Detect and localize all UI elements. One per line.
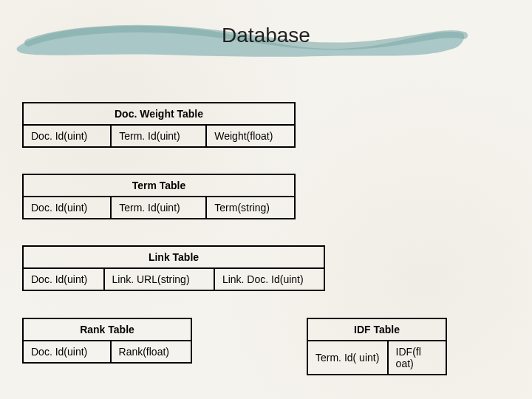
rank-table: Rank Table Doc. Id(uint) Rank(float) xyxy=(22,318,192,364)
docweight-col-1: Term. Id(uint) xyxy=(111,125,206,147)
term-col-0: Doc. Id(uint) xyxy=(23,197,111,219)
term-table: Term Table Doc. Id(uint) Term. Id(uint) … xyxy=(22,174,296,219)
page-title: Database xyxy=(0,24,532,47)
link-col-2: Link. Doc. Id(uint) xyxy=(214,268,324,290)
term-col-1: Term. Id(uint) xyxy=(111,197,206,219)
term-col-2: Term(string) xyxy=(206,197,295,219)
link-table: Link Table Doc. Id(uint) Link. URL(strin… xyxy=(22,245,325,291)
idf-col-1: IDF(fl oat) xyxy=(388,341,446,375)
term-table-name: Term Table xyxy=(23,174,295,197)
rank-table-name: Rank Table xyxy=(23,318,191,341)
idf-col-0: Term. Id( uint) xyxy=(307,341,388,375)
docweight-table-name: Doc. Weight Table xyxy=(23,103,295,125)
link-table-name: Link Table xyxy=(23,246,324,268)
rank-col-0: Doc. Id(uint) xyxy=(23,341,111,363)
docweight-col-2: Weight(float) xyxy=(206,125,295,147)
docweight-col-0: Doc. Id(uint) xyxy=(23,125,111,147)
docweight-table: Doc. Weight Table Doc. Id(uint) Term. Id… xyxy=(22,102,296,148)
rank-col-1: Rank(float) xyxy=(111,341,191,363)
idf-table-name: IDF Table xyxy=(307,318,446,341)
idf-table: IDF Table Term. Id( uint) IDF(fl oat) xyxy=(307,318,447,375)
link-col-0: Doc. Id(uint) xyxy=(23,268,104,290)
link-col-1: Link. URL(string) xyxy=(104,268,214,290)
